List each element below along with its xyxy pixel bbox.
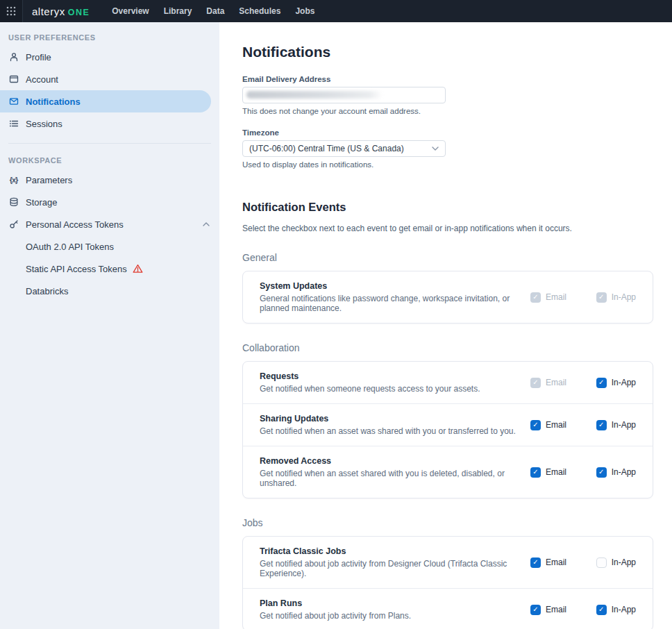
checkbox-checked-icon: ✓ <box>530 378 541 388</box>
timezone-select[interactable]: (UTC-06:00) Central Time (US & Canada) <box>242 140 446 157</box>
plan-runs-email-checkbox[interactable]: ✓Email <box>530 605 566 615</box>
checkbox-checked-icon[interactable]: ✓ <box>596 467 607 478</box>
removed-access-inapp-checkbox[interactable]: ✓In-App <box>596 467 636 478</box>
event-name: Trifacta Classic Jobs <box>260 546 522 556</box>
storage-icon <box>8 197 19 208</box>
redacted-email-value <box>246 91 383 99</box>
sidebar-item-label: Personal Access Tokens <box>26 219 124 230</box>
timezone-field: Timezone (UTC-06:00) Central Time (US & … <box>242 128 446 169</box>
page-title: Notifications <box>242 22 672 60</box>
logo-brand-text: alteryx <box>32 6 65 17</box>
checkbox-checked-icon[interactable]: ✓ <box>596 420 607 430</box>
account-icon <box>8 74 19 85</box>
timezone-label: Timezone <box>242 128 446 137</box>
notification-events-description: Select the checkbox next to each event t… <box>242 224 672 233</box>
event-groups: GeneralSystem UpdatesGeneral notificatio… <box>242 252 672 629</box>
email-delivery-input[interactable] <box>242 87 446 103</box>
chevron-down-icon <box>432 146 439 151</box>
event-controls: ✓Email✓In-App <box>530 292 636 303</box>
event-texts: Plan RunsGet notified about job activity… <box>260 598 411 621</box>
event-group-heading-jobs: Jobs <box>242 517 672 528</box>
system-updates-inapp-checkbox: ✓In-App <box>596 292 636 303</box>
topbar-nav-schedules[interactable]: Schedules <box>239 6 280 16</box>
plan-runs-inapp-checkbox[interactable]: ✓In-App <box>596 605 636 615</box>
sidebar-item-account[interactable]: Account <box>0 68 219 90</box>
event-texts: Trifacta Classic JobsGet notified about … <box>260 546 522 578</box>
email-checkbox-label: Email <box>546 378 566 387</box>
topbar-nav-library[interactable]: Library <box>164 6 192 16</box>
event-row-removed-access: Removed AccessGet notified when an asset… <box>243 446 653 498</box>
event-name: System Updates <box>260 281 522 291</box>
inapp-checkbox-label: In-App <box>612 467 636 477</box>
key-icon <box>8 219 19 230</box>
event-card-general: System UpdatesGeneral notifications like… <box>242 271 653 324</box>
notification-events-title: Notification Events <box>242 201 672 214</box>
email-delivery-label: Email Delivery Address <box>242 75 446 83</box>
settings-sidebar: USER PREFERENCESProfileAccountNotificati… <box>0 22 219 629</box>
requests-inapp-checkbox[interactable]: ✓In-App <box>596 378 636 388</box>
checkbox-checked-icon[interactable]: ✓ <box>596 378 607 388</box>
email-checkbox-label: Email <box>546 557 566 567</box>
checkbox-checked-icon[interactable]: ✓ <box>530 557 541 568</box>
sidebar-item-personal-access-tokens[interactable]: Personal Access Tokens <box>0 213 219 235</box>
event-row-sharing-updates: Sharing UpdatesGet notified when an asse… <box>243 403 653 446</box>
alteryx-one-logo[interactable]: alteryx ONE <box>32 6 90 17</box>
event-description: Get notified about job activity from Pla… <box>260 611 411 621</box>
sessions-icon <box>8 119 19 129</box>
checkbox-checked-icon[interactable]: ✓ <box>530 420 541 430</box>
sidebar-item-sessions[interactable]: Sessions <box>0 112 219 135</box>
checkbox-checked-icon[interactable]: ✓ <box>596 605 607 615</box>
event-row-plan-runs: Plan RunsGet notified about job activity… <box>243 588 653 629</box>
event-row-requests: RequestsGet notified when someone reques… <box>243 362 653 403</box>
inapp-checkbox-label: In-App <box>612 292 636 302</box>
email-delivery-field: Email Delivery Address This does not cha… <box>242 75 446 115</box>
checkbox-checked-icon[interactable]: ✓ <box>530 467 541 478</box>
app-grid-button[interactable] <box>0 0 23 22</box>
topbar-nav-overview[interactable]: Overview <box>112 6 149 16</box>
logo-suffix-text: ONE <box>68 8 90 17</box>
inapp-checkbox-label: In-App <box>612 557 636 567</box>
event-row-system-updates: System UpdatesGeneral notifications like… <box>243 271 653 323</box>
checkbox-checked-icon: ✓ <box>596 292 607 303</box>
sidebar-subitem-static-api-access-tokens[interactable]: Static API Access Tokens <box>0 258 219 280</box>
sidebar-item-label: Notifications <box>26 97 81 107</box>
sidebar-subitem-databricks[interactable]: Databricks <box>0 280 219 302</box>
event-card-jobs: Trifacta Classic JobsGet notified about … <box>242 536 653 629</box>
sidebar-section-title: USER PREFERENCES <box>0 28 219 46</box>
sidebar-item-storage[interactable]: Storage <box>0 191 219 213</box>
event-row-trifacta-classic-jobs: Trifacta Classic JobsGet notified about … <box>243 537 653 588</box>
warning-icon <box>133 264 143 274</box>
main-content: Notifications Email Delivery Address Thi… <box>219 22 672 629</box>
topbar: alteryx ONE OverviewLibraryDataSchedules… <box>0 0 672 22</box>
chevron-up-icon[interactable] <box>203 222 210 226</box>
inapp-checkbox-label: In-App <box>612 378 636 387</box>
grid-icon <box>6 6 16 16</box>
topbar-nav-data[interactable]: Data <box>206 6 224 16</box>
sidebar-divider <box>8 143 211 144</box>
event-texts: Removed AccessGet notified when an asset… <box>260 456 522 488</box>
checkbox-unchecked-icon[interactable] <box>596 557 607 568</box>
timezone-value: (UTC-06:00) Central Time (US & Canada) <box>249 144 404 153</box>
trifacta-classic-jobs-inapp-checkbox[interactable]: In-App <box>596 557 636 568</box>
topbar-nav-jobs[interactable]: Jobs <box>295 6 314 16</box>
event-texts: RequestsGet notified when someone reques… <box>260 371 480 394</box>
sharing-updates-inapp-checkbox[interactable]: ✓In-App <box>596 420 636 430</box>
sidebar-subitem-oauth-2-0-api-tokens[interactable]: OAuth 2.0 API Tokens <box>0 235 219 258</box>
sidebar-item-label: Account <box>26 74 58 85</box>
event-controls: ✓Email✓In-App <box>530 467 636 478</box>
event-card-collaboration: RequestsGet notified when someone reques… <box>242 361 653 498</box>
sidebar-item-notifications[interactable]: Notifications <box>0 90 211 112</box>
sidebar-subitem-label: Static API Access Tokens <box>26 264 127 274</box>
sidebar-item-profile[interactable]: Profile <box>0 46 219 68</box>
removed-access-email-checkbox[interactable]: ✓Email <box>530 467 566 478</box>
trifacta-classic-jobs-email-checkbox[interactable]: ✓Email <box>530 557 566 568</box>
email-checkbox-label: Email <box>546 467 566 477</box>
event-name: Removed Access <box>260 456 522 466</box>
event-group-heading-general: General <box>242 252 672 263</box>
event-name: Sharing Updates <box>260 414 516 423</box>
requests-email-checkbox: ✓Email <box>530 378 566 388</box>
event-controls: ✓Email✓In-App <box>530 378 636 388</box>
sharing-updates-email-checkbox[interactable]: ✓Email <box>530 420 566 430</box>
sidebar-item-parameters[interactable]: {x}Parameters <box>0 169 219 191</box>
checkbox-checked-icon[interactable]: ✓ <box>530 605 541 615</box>
